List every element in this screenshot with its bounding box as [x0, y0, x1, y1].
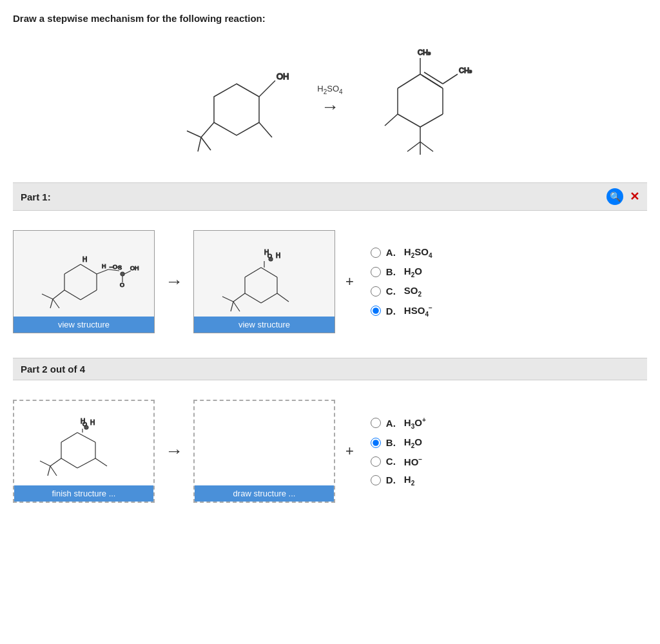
part1-header: Part 1: 🔍 ✕	[13, 182, 647, 211]
svg-line-12	[420, 114, 443, 127]
reaction-diagram: OH H2SO4 →	[13, 35, 647, 164]
svg-line-32	[42, 294, 53, 299]
svg-line-71	[61, 433, 77, 442]
svg-line-56	[233, 293, 245, 302]
svg-line-31	[53, 290, 64, 299]
view-structure-btn-2[interactable]: view structure	[194, 317, 335, 333]
svg-text:OH: OH	[277, 72, 289, 81]
svg-line-6	[201, 137, 211, 150]
part1-content: H H –O– S O OH view structure → H	[13, 224, 647, 340]
svg-line-30	[64, 264, 81, 274]
part2-structure-box-1: H O H	[13, 400, 155, 503]
svg-line-66	[77, 433, 95, 442]
plus-sign-1: +	[345, 273, 354, 290]
svg-text:H: H	[82, 256, 87, 263]
page-title: Draw a stepwise mechanism for the follow…	[13, 13, 647, 24]
svg-line-9	[398, 74, 420, 88]
svg-line-7	[259, 122, 272, 137]
reaction-arrow-block: H2SO4 →	[317, 84, 342, 116]
svg-text:H: H	[102, 263, 106, 269]
part1-label: Part 1:	[21, 191, 51, 202]
part1-option-D[interactable]: D. HSO4−	[371, 304, 432, 318]
svg-line-23	[420, 142, 433, 151]
svg-line-75	[48, 466, 50, 476]
part2-header: Part 2 out of 4	[13, 358, 647, 380]
svg-line-28	[64, 290, 81, 300]
svg-line-36	[97, 269, 108, 274]
svg-line-13	[398, 114, 420, 127]
svg-line-52	[261, 293, 277, 303]
svg-line-77	[95, 458, 107, 466]
part2-option-D[interactable]: D. H2	[371, 474, 426, 487]
step-arrow-2: →	[165, 441, 183, 462]
part1-options: A. H2SO4 B. H2O C. SO2 D. HSO4−	[371, 246, 432, 318]
svg-text:OH: OH	[130, 265, 139, 271]
svg-line-3	[201, 122, 214, 137]
part2-option-B[interactable]: B. H2O	[371, 436, 426, 449]
svg-line-50	[261, 268, 277, 277]
svg-text:O: O	[82, 421, 87, 427]
reactant-molecule: OH	[175, 42, 304, 158]
part2-label: Part 2 out of 4	[21, 364, 85, 375]
search-button[interactable]: 🔍	[607, 188, 623, 205]
svg-line-53	[245, 293, 261, 303]
plus-sign-2: +	[345, 443, 354, 460]
svg-line-21	[407, 142, 420, 151]
product-molecule: CH₃ CH₃	[356, 42, 485, 158]
part2-options: A. H3O+ B. H2O C. HO− D. H2	[371, 416, 426, 487]
svg-text:H: H	[90, 419, 95, 426]
svg-text:H: H	[276, 252, 280, 259]
svg-line-68	[77, 458, 95, 468]
svg-line-5	[198, 137, 201, 151]
part1-structure-box-2: H O H	[193, 230, 335, 333]
part1-structure-box-1: H H –O– S O OH view structure	[13, 230, 155, 333]
svg-line-33	[50, 299, 53, 308]
svg-line-55	[245, 268, 261, 277]
svg-line-27	[81, 290, 97, 300]
svg-line-1	[259, 81, 275, 97]
svg-line-74	[40, 461, 50, 466]
draw-structure-btn[interactable]: draw structure ...	[195, 485, 334, 502]
svg-line-69	[61, 458, 77, 468]
svg-point-40	[121, 272, 124, 276]
svg-line-57	[222, 297, 233, 302]
svg-text:CH₃: CH₃	[459, 66, 472, 74]
part2-option-C[interactable]: C. HO−	[371, 456, 426, 467]
reaction-arrow: →	[321, 98, 339, 116]
part2-content: H O H	[13, 393, 647, 509]
close-button[interactable]: ✕	[630, 190, 639, 204]
svg-line-4	[187, 131, 201, 137]
part1-header-icons: 🔍 ✕	[607, 188, 639, 205]
svg-line-18	[443, 74, 458, 84]
svg-line-25	[81, 264, 97, 274]
svg-text:O: O	[267, 253, 272, 259]
svg-line-34	[53, 299, 59, 308]
part1-option-B[interactable]: B. H2O	[371, 266, 432, 278]
svg-line-24	[385, 114, 398, 126]
part2-option-A[interactable]: A. H3O+	[371, 416, 426, 430]
view-structure-btn-1[interactable]: view structure	[14, 317, 154, 333]
finish-structure-btn[interactable]: finish structure ...	[14, 485, 153, 502]
svg-line-76	[50, 466, 57, 476]
part1-option-A[interactable]: A. H2SO4	[371, 246, 432, 259]
svg-line-60	[277, 293, 289, 302]
part2-structure-box-2: draw structure ...	[193, 400, 335, 503]
svg-line-59	[233, 302, 240, 311]
svg-text:O: O	[120, 282, 124, 288]
svg-marker-0	[214, 84, 259, 135]
part1-option-C[interactable]: C. SO2	[371, 285, 432, 298]
svg-line-73	[50, 458, 61, 466]
step-arrow-1: →	[165, 271, 183, 292]
svg-text:CH₃: CH₃	[418, 48, 431, 56]
svg-line-58	[231, 302, 233, 311]
reagent-label: H2SO4	[317, 84, 342, 95]
svg-text:S: S	[118, 264, 122, 271]
